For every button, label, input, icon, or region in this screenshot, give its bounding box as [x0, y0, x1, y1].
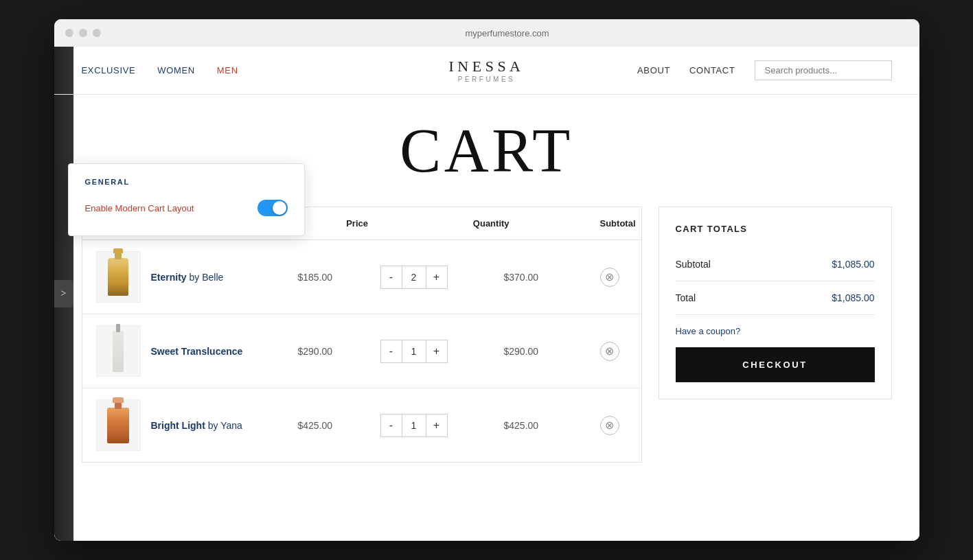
nav-link-exclusive[interactable]: EXCLUSIVE — [82, 65, 136, 75]
modern-cart-toggle[interactable] — [257, 200, 288, 216]
cart-totals: CART TOTALS Subtotal $1,085.00 Total $1,… — [659, 207, 892, 399]
cart-totals-title: CART TOTALS — [676, 224, 875, 234]
product-name-1[interactable]: Eternity by Belle — [151, 272, 298, 283]
settings-panel: GENERAL Enable Modern Cart Layout — [68, 163, 305, 236]
col-header-subtotal: Subtotal — [600, 218, 628, 229]
nav-left: EXCLUSIVE WOMEN MEN — [82, 65, 487, 75]
main-layout: Product Price Quantity Subtotal Eternity… — [82, 207, 892, 463]
nav-link-about[interactable]: ABOUT — [637, 65, 670, 75]
settings-section-label: GENERAL — [85, 178, 288, 186]
browser-url: myperfumestore.com — [106, 28, 908, 38]
browser-dot-min[interactable] — [79, 29, 87, 37]
site-container: > EXCLUSIVE WOMEN MEN INESSA PERFUMES AB… — [54, 47, 919, 541]
qty-decrease-3[interactable]: - — [381, 415, 402, 436]
row-subtotal-2: $290.00 — [504, 346, 600, 357]
qty-input-1[interactable] — [402, 266, 426, 288]
page-content: CART Product Price Quantity Subtotal — [54, 95, 919, 490]
remove-item-3[interactable]: ⊗ — [600, 416, 619, 435]
table-row: Sweet Translucence $290.00 - + $290.00 ⊗ — [82, 314, 641, 388]
cart-table: Product Price Quantity Subtotal Eternity… — [82, 207, 642, 463]
remove-item-2[interactable]: ⊗ — [600, 342, 619, 361]
nav-link-contact[interactable]: CONTACT — [689, 65, 735, 75]
qty-control-2: - + — [380, 340, 448, 363]
product-image-3 — [96, 399, 141, 451]
qty-control-3: - + — [380, 414, 448, 437]
qty-increase-2[interactable]: + — [426, 340, 447, 362]
settings-row-toggle: Enable Modern Cart Layout — [85, 200, 288, 216]
totals-subtotal-row: Subtotal $1,085.00 — [676, 248, 875, 281]
product-price-3: $425.00 — [298, 420, 380, 431]
perfume-bottle-icon-2 — [113, 331, 124, 372]
nav-link-women[interactable]: WOMEN — [157, 65, 195, 75]
perfume-bottle-icon-1 — [108, 258, 128, 296]
col-header-price: Price — [346, 218, 473, 229]
browser-chrome: myperfumestore.com — [54, 19, 919, 47]
nav-logo: INESSA PERFUMES — [448, 58, 524, 83]
browser-dot-close[interactable] — [65, 29, 73, 37]
nav-link-men[interactable]: MEN — [217, 65, 238, 75]
product-name-2[interactable]: Sweet Translucence — [151, 346, 298, 357]
qty-increase-1[interactable]: + — [426, 266, 447, 288]
product-image-1 — [96, 251, 141, 303]
browser-window: myperfumestore.com > EXCLUSIVE WOMEN MEN… — [54, 19, 919, 541]
sidebar-arrow-icon: > — [61, 288, 67, 299]
totals-total-row: Total $1,085.00 — [676, 281, 875, 315]
total-label: Total — [676, 292, 696, 303]
qty-decrease-2[interactable]: - — [381, 340, 402, 362]
row-subtotal-3: $425.00 — [504, 420, 600, 431]
browser-dot-max[interactable] — [93, 29, 101, 37]
logo-sub: PERFUMES — [448, 75, 524, 83]
nav: EXCLUSIVE WOMEN MEN INESSA PERFUMES ABOU… — [54, 47, 919, 95]
logo-main: INESSA — [448, 58, 524, 75]
perfume-bottle-icon-3 — [107, 408, 129, 443]
remove-item-1[interactable]: ⊗ — [600, 268, 619, 287]
table-row: Eternity by Belle $185.00 - + $370.00 ⊗ — [82, 240, 641, 314]
product-name-3[interactable]: Bright Light by Yana — [151, 420, 298, 431]
subtotal-value: $1,085.00 — [832, 259, 874, 270]
row-subtotal-1: $370.00 — [504, 272, 600, 283]
product-image-2 — [96, 325, 141, 377]
qty-decrease-1[interactable]: - — [381, 266, 402, 288]
coupon-link[interactable]: Have a coupon? — [676, 326, 875, 336]
col-header-quantity: Quantity — [473, 218, 600, 229]
qty-input-3[interactable] — [402, 415, 426, 436]
checkout-button[interactable]: CHECKOUT — [676, 347, 875, 382]
sidebar-arrow[interactable]: > — [54, 280, 73, 307]
settings-toggle-label: Enable Modern Cart Layout — [85, 203, 194, 213]
nav-right: ABOUT CONTACT — [487, 60, 892, 80]
product-price-2: $290.00 — [298, 346, 380, 357]
subtotal-label: Subtotal — [676, 259, 711, 270]
search-input[interactable] — [755, 60, 892, 80]
qty-input-2[interactable] — [402, 340, 426, 362]
qty-control-1: - + — [380, 266, 448, 289]
product-price-1: $185.00 — [298, 272, 380, 283]
qty-increase-3[interactable]: + — [426, 415, 447, 436]
table-row: Bright Light by Yana $425.00 - + $425.00… — [82, 388, 641, 462]
total-value: $1,085.00 — [832, 292, 874, 303]
